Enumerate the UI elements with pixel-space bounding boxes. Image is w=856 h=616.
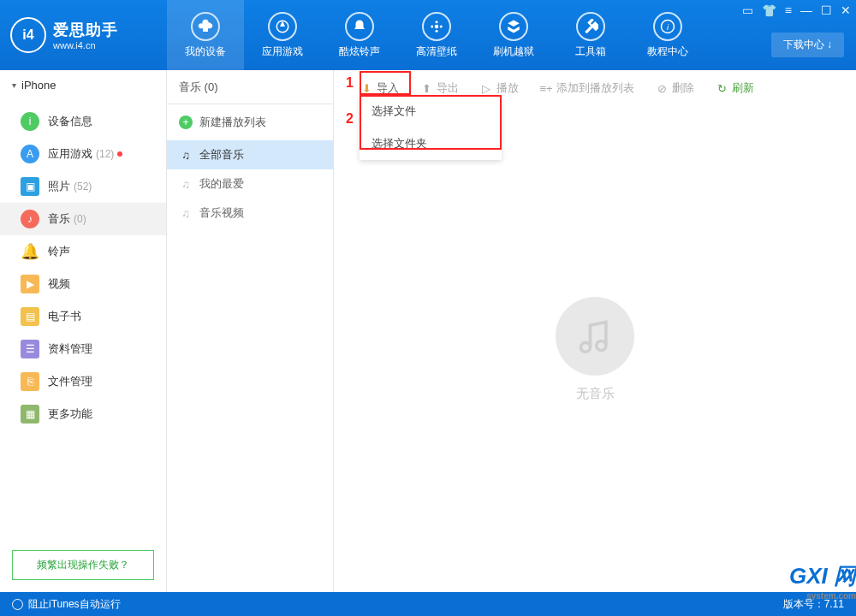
book-icon: ▤ — [21, 307, 39, 326]
music-icon: ♪ — [21, 210, 39, 228]
plus-icon: + — [179, 116, 193, 129]
annotation-2: 2 — [346, 111, 354, 127]
svg-point-2 — [436, 21, 438, 23]
sidebar-item-apps[interactable]: A应用游戏(12) — [0, 138, 166, 170]
info-icon: i — [21, 112, 39, 131]
device-name: iPhone — [21, 79, 56, 92]
sublist-all-music[interactable]: ♫全部音乐 — [167, 140, 333, 169]
tab-header: 音乐 (0) — [167, 70, 333, 104]
app-header: i4 爱思助手 www.i4.cn 我的设备 应用游戏 酷炫铃声 高清壁纸 刷机… — [0, 0, 856, 70]
import-select-folder[interactable]: 选择文件夹 — [360, 127, 502, 160]
nav-my-device[interactable]: 我的设备 — [167, 0, 244, 70]
nav-flash-jailbreak[interactable]: 刷机越狱 — [475, 0, 552, 70]
nav-ringtones[interactable]: 酷炫铃声 — [321, 0, 398, 70]
sidebar-item-more[interactable]: ▦更多功能 — [0, 398, 166, 430]
window-controls: ▭ 👕 ≡ — ☐ ✕ — [742, 3, 851, 17]
radio-icon[interactable] — [12, 599, 23, 610]
feedback-icon[interactable]: ▭ — [742, 3, 753, 17]
file-icon: ⎘ — [21, 372, 39, 391]
sidebar-item-videos[interactable]: ▶视频 — [0, 268, 166, 300]
top-nav: 我的设备 应用游戏 酷炫铃声 高清壁纸 刷机越狱 工具箱 i教程中心 — [167, 0, 706, 70]
nav-tutorials[interactable]: i教程中心 — [629, 0, 706, 70]
sidebar-item-ebooks[interactable]: ▤电子书 — [0, 300, 166, 333]
status-bar: 阻止iTunes自动运行 版本号：7.11 — [0, 592, 856, 616]
minimize-icon[interactable]: — — [800, 3, 812, 17]
brand-url: www.i4.cn — [53, 40, 118, 50]
import-select-file[interactable]: 选择文件 — [360, 95, 502, 127]
sublist-music-videos[interactable]: ♫音乐视频 — [167, 198, 333, 228]
play-icon: ▷ — [479, 81, 493, 95]
sublist-favorites[interactable]: ♫我的最爱 — [167, 169, 333, 198]
add-to-playlist-button[interactable]: ≡+添加到播放列表 — [539, 80, 634, 96]
svg-point-4 — [436, 29, 438, 32]
import-button[interactable]: ⬇导入 — [360, 80, 399, 96]
apps-icon: A — [21, 145, 39, 163]
nav-toolbox[interactable]: 工具箱 — [552, 0, 629, 70]
video-icon: ▶ — [21, 275, 39, 293]
skin-icon[interactable]: 👕 — [762, 3, 776, 17]
brand-name: 爱思助手 — [53, 20, 118, 40]
notification-dot-icon — [117, 151, 122, 157]
version-label: 版本号： — [783, 598, 824, 610]
svg-point-5 — [431, 25, 433, 27]
annotation-1: 1 — [346, 75, 354, 91]
empty-state: 无音乐 — [334, 106, 856, 592]
note-icon: ♫ — [179, 177, 193, 191]
sidebar-item-file-mgmt[interactable]: ⎘文件管理 — [0, 365, 166, 398]
note-icon: ♫ — [179, 148, 193, 162]
music-toolbar: 1 2 ⬇导入 ⬆导出 ▷播放 ≡+添加到播放列表 ⊘删除 ↻刷新 选择文件 选… — [334, 70, 856, 106]
sidebar-item-music[interactable]: ♪音乐(0) — [0, 203, 166, 235]
delete-button[interactable]: ⊘删除 — [655, 80, 694, 96]
sidebar-item-photos[interactable]: ▣照片(52) — [0, 170, 166, 203]
download-center-button[interactable]: 下载中心 ↓ — [771, 33, 844, 57]
sidebar: ▾ iPhone i设备信息 A应用游戏(12) ▣照片(52) ♪音乐(0) … — [0, 70, 167, 592]
play-button[interactable]: ▷播放 — [479, 80, 519, 96]
svg-text:i: i — [667, 21, 669, 31]
delete-icon: ⊘ — [655, 81, 669, 95]
refresh-icon: ↻ — [715, 81, 728, 95]
main-content: 1 2 ⬇导入 ⬆导出 ▷播放 ≡+添加到播放列表 ⊘删除 ↻刷新 选择文件 选… — [334, 70, 856, 592]
empty-music-icon — [556, 297, 634, 376]
photos-icon: ▣ — [21, 177, 39, 196]
version-value: 7.11 — [824, 598, 844, 610]
block-itunes-label[interactable]: 阻止iTunes自动运行 — [28, 597, 121, 612]
close-icon[interactable]: ✕ — [841, 3, 851, 17]
note-icon: ♫ — [179, 206, 193, 220]
nav-apps-games[interactable]: 应用游戏 — [244, 0, 321, 70]
add-icon: ≡+ — [539, 81, 553, 95]
refresh-button[interactable]: ↻刷新 — [715, 80, 754, 96]
new-playlist-button[interactable]: +新建播放列表 — [167, 104, 333, 140]
export-icon: ⬆ — [419, 81, 433, 95]
device-selector[interactable]: ▾ iPhone — [0, 70, 166, 100]
brand-logo: i4 爱思助手 www.i4.cn — [0, 0, 167, 70]
data-icon: ☰ — [21, 340, 39, 358]
nav-wallpapers[interactable]: 高清壁纸 — [398, 0, 475, 70]
chevron-down-icon: ▾ — [12, 80, 16, 90]
empty-text: 无音乐 — [576, 386, 615, 402]
import-icon: ⬇ — [360, 81, 373, 95]
sidebar-item-ringtones[interactable]: 🔔铃声 — [0, 235, 166, 268]
svg-point-1 — [435, 24, 439, 28]
sidebar-item-data-mgmt[interactable]: ☰资料管理 — [0, 333, 166, 365]
menu-icon[interactable]: ≡ — [785, 3, 792, 17]
import-dropdown: 选择文件 选择文件夹 — [360, 95, 502, 160]
logo-icon: i4 — [10, 17, 46, 53]
more-icon: ▦ — [21, 405, 39, 424]
maximize-icon[interactable]: ☐ — [821, 3, 832, 17]
bell-icon: 🔔 — [21, 242, 39, 261]
faq-link[interactable]: 频繁出现操作失败？ — [12, 550, 154, 580]
sidebar-item-device-info[interactable]: i设备信息 — [0, 105, 166, 138]
music-sub-panel: 音乐 (0) +新建播放列表 ♫全部音乐 ♫我的最爱 ♫音乐视频 — [167, 70, 334, 592]
svg-point-3 — [440, 25, 443, 27]
export-button[interactable]: ⬆导出 — [419, 80, 459, 96]
